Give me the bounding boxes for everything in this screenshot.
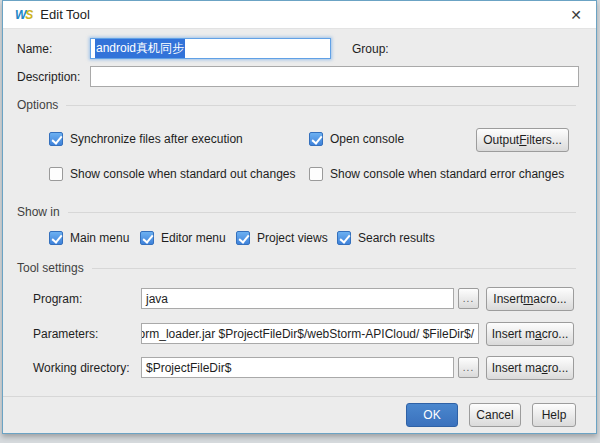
output-filters-button[interactable]: Output Filters... (476, 128, 569, 152)
description-label: Description: (17, 70, 80, 84)
logo-letter-w: W (15, 8, 25, 22)
ellipsis-icon: ... (463, 293, 474, 304)
checkbox-synchronize-files[interactable]: Synchronize files after execution (49, 132, 243, 146)
parameters-label: Parameters: (33, 327, 98, 341)
checkbox-icon[interactable] (236, 231, 250, 245)
edit-tool-dialog: WS Edit Tool ✕ Name: android真机同步 Group: … (2, 0, 597, 434)
close-icon[interactable]: ✕ (566, 8, 586, 22)
checkbox-project-views[interactable]: Project views (236, 231, 328, 245)
checkbox-label[interactable]: Main menu (70, 231, 129, 245)
ellipsis-icon: ... (463, 362, 474, 373)
tool-settings-section-header: Tool settings (17, 261, 576, 275)
description-input[interactable] (90, 66, 579, 87)
show-in-section-header: Show in (17, 205, 576, 219)
tool-settings-section-title: Tool settings (17, 261, 84, 275)
checkbox-label[interactable]: Project views (257, 231, 328, 245)
checkbox-icon[interactable] (49, 167, 63, 181)
button-label-part: ilters... (527, 133, 562, 147)
button-mnemonic: a (535, 327, 542, 341)
title-bar: WS Edit Tool ✕ (3, 1, 596, 29)
name-label: Name: (17, 42, 52, 56)
checkbox-icon[interactable] (337, 231, 351, 245)
options-section-title: Options (17, 98, 58, 112)
button-mnemonic: F (519, 133, 526, 147)
checkbox-open-console[interactable]: Open console (309, 132, 404, 146)
show-in-section-title: Show in (17, 205, 60, 219)
checkbox-editor-menu[interactable]: Editor menu (140, 231, 226, 245)
working-directory-value: $ProjectFileDir$ (146, 361, 231, 375)
program-input[interactable]: java (141, 288, 454, 309)
working-directory-browse-button[interactable]: ... (458, 357, 479, 378)
program-insert-macro-button[interactable]: Insert macro... (486, 287, 574, 311)
checkbox-label[interactable]: Search results (358, 231, 435, 245)
parameters-input[interactable]: torm_loader.jar $ProjectFileDir$/webStor… (141, 323, 479, 344)
program-label: Program: (33, 292, 82, 306)
group-label: Group: (352, 42, 389, 56)
parameters-value: torm_loader.jar $ProjectFileDir$/webStor… (141, 327, 474, 341)
checkbox-label[interactable]: Show console when standard error changes (330, 167, 564, 181)
cancel-button[interactable]: Cancel (469, 403, 521, 427)
checkbox-icon[interactable] (49, 231, 63, 245)
program-value: java (146, 292, 168, 306)
button-mnemonic: m (523, 292, 533, 306)
checkbox-label[interactable]: Editor menu (161, 231, 226, 245)
button-label-part: Output (483, 133, 519, 147)
button-label-part: acro... (533, 292, 566, 306)
working-directory-insert-macro-button[interactable]: Insert macro... (486, 356, 574, 380)
button-label-part: Insert m (492, 327, 535, 341)
checkbox-icon[interactable] (309, 132, 323, 146)
button-label-part: Insert (493, 292, 523, 306)
parameters-insert-macro-button[interactable]: Insert macro... (486, 322, 574, 346)
logo-letter-s: S (25, 8, 32, 22)
checkbox-label[interactable]: Open console (330, 132, 404, 146)
checkbox-search-results[interactable]: Search results (337, 231, 435, 245)
checkbox-icon[interactable] (49, 132, 63, 146)
options-section-header: Options (17, 98, 576, 112)
checkbox-show-console-stdout[interactable]: Show console when standard out changes (49, 167, 296, 181)
button-label-part: Insert ma (492, 361, 542, 375)
webstorm-logo-icon: WS (15, 8, 32, 22)
checkbox-main-menu[interactable]: Main menu (49, 231, 129, 245)
checkbox-label[interactable]: Show console when standard out changes (70, 167, 296, 181)
program-browse-button[interactable]: ... (458, 288, 479, 309)
footer-buttons: OK Cancel Help (406, 403, 576, 427)
footer-divider (3, 396, 596, 397)
working-directory-input[interactable]: $ProjectFileDir$ (141, 357, 454, 378)
checkbox-label[interactable]: Synchronize files after execution (70, 132, 243, 146)
checkbox-icon[interactable] (140, 231, 154, 245)
ok-button[interactable]: OK (406, 403, 458, 427)
button-label-part: cro... (542, 327, 569, 341)
help-button[interactable]: Help (532, 403, 576, 427)
window-title: Edit Tool (40, 7, 566, 22)
checkbox-show-console-stderr[interactable]: Show console when standard error changes (309, 167, 564, 181)
name-input-selected-text: android真机同步 (95, 39, 185, 58)
checkbox-icon[interactable] (309, 167, 323, 181)
name-input[interactable]: android真机同步 (90, 38, 331, 59)
button-label-part: ro... (548, 361, 569, 375)
working-directory-label: Working directory: (33, 361, 129, 375)
